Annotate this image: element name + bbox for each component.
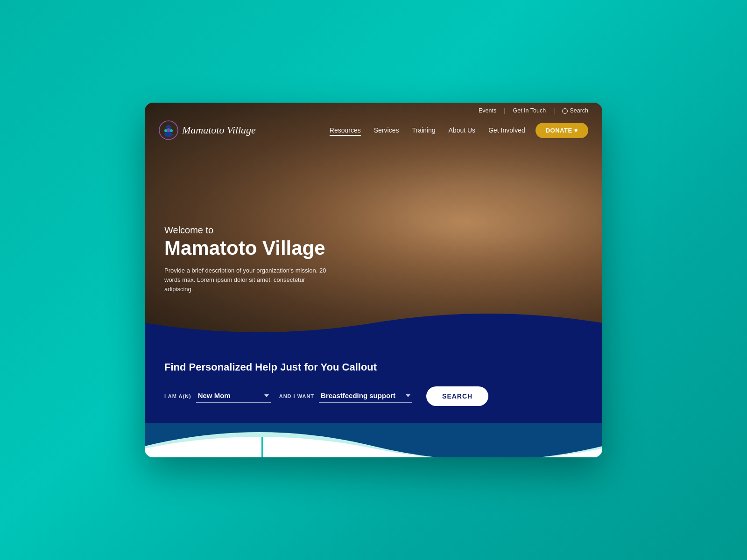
bottom-wave-container bbox=[145, 423, 602, 457]
nav-item-training[interactable]: Training bbox=[412, 126, 435, 134]
i-am-chevron-icon bbox=[264, 394, 269, 397]
hero-content: Welcome to Mamatoto Village Provide a br… bbox=[164, 225, 332, 294]
and-i-want-value: Breastfeeding support bbox=[321, 392, 395, 399]
navbar: Events | Get In Touch | Search bbox=[145, 103, 602, 145]
teal-accent-line bbox=[261, 437, 263, 457]
top-bar: Events | Get In Touch | Search bbox=[159, 103, 588, 117]
search-icon bbox=[562, 108, 568, 114]
logo-icon bbox=[159, 120, 178, 140]
hero-title: Mamatoto Village bbox=[164, 238, 332, 259]
form-group-and-i-want: AND I WANT Breastfeeding support bbox=[279, 390, 412, 403]
callout-form: I AM A(N) New Mom AND I WANT Breastfeedi… bbox=[164, 386, 583, 406]
bottom-wave-svg bbox=[145, 423, 602, 457]
and-i-want-label: AND I WANT bbox=[279, 393, 314, 399]
get-in-touch-link[interactable]: Get In Touch bbox=[513, 107, 546, 114]
search-link[interactable]: Search bbox=[562, 107, 588, 114]
i-am-select[interactable]: New Mom bbox=[196, 390, 271, 403]
main-nav: Mamatoto Village Resources Services Trai… bbox=[159, 117, 588, 145]
callout-section: Find Personalized Help Just for You Call… bbox=[145, 341, 602, 423]
nav-links: Resources Services Training About Us Get… bbox=[330, 126, 525, 134]
donate-button[interactable]: DONATE ♥ bbox=[536, 123, 588, 138]
nav-item-about-us[interactable]: About Us bbox=[449, 126, 476, 134]
i-am-label: I AM A(N) bbox=[164, 393, 191, 399]
logo-text: Mamatoto Village bbox=[182, 124, 256, 136]
nav-item-resources[interactable]: Resources bbox=[330, 126, 361, 134]
callout-search-button[interactable]: SEARCH bbox=[426, 386, 488, 406]
and-i-want-select[interactable]: Breastfeeding support bbox=[319, 390, 412, 403]
logo[interactable]: Mamatoto Village bbox=[159, 120, 256, 140]
hero-section: Events | Get In Touch | Search bbox=[145, 103, 602, 341]
hero-wave bbox=[145, 309, 602, 341]
nav-item-services[interactable]: Services bbox=[374, 126, 399, 134]
hero-welcome-text: Welcome to bbox=[164, 225, 332, 236]
callout-title: Find Personalized Help Just for You Call… bbox=[164, 361, 583, 373]
nav-item-get-involved[interactable]: Get Involved bbox=[488, 126, 525, 134]
form-group-i-am: I AM A(N) New Mom bbox=[164, 390, 271, 403]
svg-point-4 bbox=[170, 129, 173, 132]
divider-2: | bbox=[553, 107, 555, 114]
events-link[interactable]: Events bbox=[479, 107, 496, 114]
hero-description: Provide a brief description of your orga… bbox=[164, 266, 332, 294]
svg-point-3 bbox=[164, 129, 167, 132]
svg-point-5 bbox=[167, 128, 170, 132]
and-i-want-chevron-icon bbox=[406, 394, 410, 397]
divider-1: | bbox=[504, 107, 505, 114]
i-am-value: New Mom bbox=[198, 392, 231, 399]
svg-point-2 bbox=[164, 132, 173, 137]
browser-window: Events | Get In Touch | Search bbox=[145, 103, 602, 457]
